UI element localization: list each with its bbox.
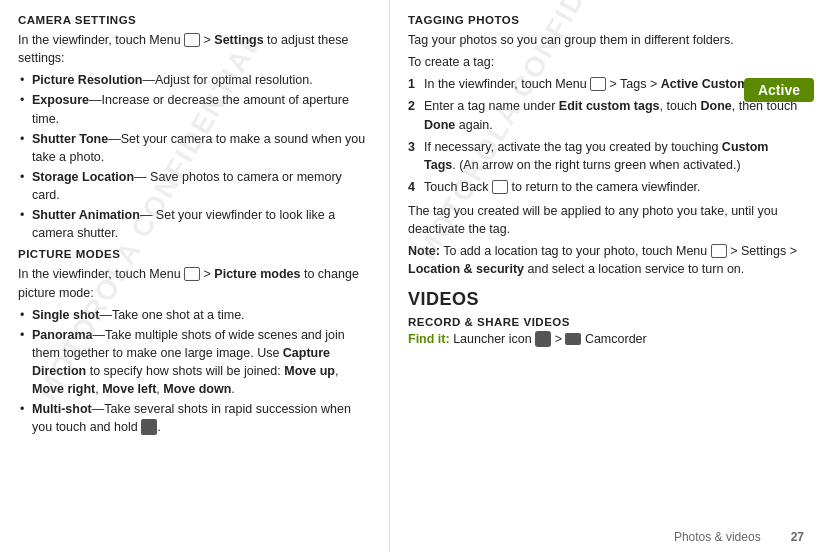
menu-icon-4 xyxy=(711,244,727,258)
step-2-num: 2 xyxy=(408,97,415,115)
picture-modes-intro: In the viewfinder, touch Menu > Picture … xyxy=(18,265,371,301)
bullet-multi-shot: Multi-shot—Take several shots in rapid s… xyxy=(18,400,371,436)
tagging-steps-list: 1 In the viewfinder, touch Menu > Tags >… xyxy=(408,75,800,196)
step-1-num: 1 xyxy=(408,75,415,93)
tagging-create: To create a tag: xyxy=(408,53,800,71)
page-footer: Photos & videos 27 xyxy=(674,530,804,544)
menu-icon xyxy=(184,33,200,47)
videos-heading: VIDEOS xyxy=(408,289,800,310)
camera-settings-heading: CAMERA SETTINGS xyxy=(18,14,371,26)
launcher-icon xyxy=(535,331,551,347)
picture-bullets-list: Single shot—Take one shot at a time. Pan… xyxy=(18,306,371,437)
footer-category: Photos & videos xyxy=(674,530,761,544)
step-4: 4 Touch Back to return to the camera vie… xyxy=(408,178,800,196)
menu-icon-3 xyxy=(590,77,606,91)
picture-modes-heading: PICTURE MODES xyxy=(18,248,371,260)
bullet-exposure: Exposure—Increase or decrease the amount… xyxy=(18,91,371,127)
tagging-intro: Tag your photos so you can group them in… xyxy=(408,31,800,49)
camera-hold-icon xyxy=(141,419,157,435)
find-it-launcher: Launcher icon > xyxy=(453,332,581,346)
bullet-panorama: Panorama—Take multiple shots of wide sce… xyxy=(18,326,371,399)
record-share-heading: RECORD & SHARE VIDEOS xyxy=(408,316,800,328)
step-2: 2 Enter a tag name under Edit custom tag… xyxy=(408,97,800,133)
back-icon xyxy=(492,180,508,194)
bullet-storage-location: Storage Location— Save photos to camera … xyxy=(18,168,371,204)
find-it-label: Find it: xyxy=(408,332,450,346)
footer-page: 27 xyxy=(791,530,804,544)
find-it-camcorder-label: Camcorder xyxy=(585,332,647,346)
note-text: Note: To add a location tag to your phot… xyxy=(408,242,800,278)
active-badge: Active xyxy=(744,78,814,102)
page-container: MOTOROLA CONFIDENTIAL MOTOROLA CONFIDENT… xyxy=(0,0,818,552)
step-3: 3 If necessary, activate the tag you cre… xyxy=(408,138,800,174)
note-label: Note: xyxy=(408,244,440,258)
step-3-num: 3 xyxy=(408,138,415,156)
tagging-note1: The tag you created will be applied to a… xyxy=(408,202,800,238)
bullet-shutter-animation: Shutter Animation— Set your viewfinder t… xyxy=(18,206,371,242)
left-column: CAMERA SETTINGS In the viewfinder, touch… xyxy=(0,0,390,552)
step-4-num: 4 xyxy=(408,178,415,196)
bullet-shutter-tone: Shutter Tone—Set your camera to make a s… xyxy=(18,130,371,166)
bullet-single-shot: Single shot—Take one shot at a time. xyxy=(18,306,371,324)
camcorder-icon xyxy=(565,333,581,345)
step-1: 1 In the viewfinder, touch Menu > Tags >… xyxy=(408,75,800,93)
find-it-text: Find it: Launcher icon > Camcorder xyxy=(408,332,800,348)
camera-intro: In the viewfinder, touch Menu > Settings… xyxy=(18,31,371,67)
tagging-photos-heading: TAGGING PHOTOS xyxy=(408,14,800,26)
bullet-picture-resolution: Picture Resolution—Adjust for optimal re… xyxy=(18,71,371,89)
camera-bullets-list: Picture Resolution—Adjust for optimal re… xyxy=(18,71,371,242)
menu-icon-2 xyxy=(184,267,200,281)
